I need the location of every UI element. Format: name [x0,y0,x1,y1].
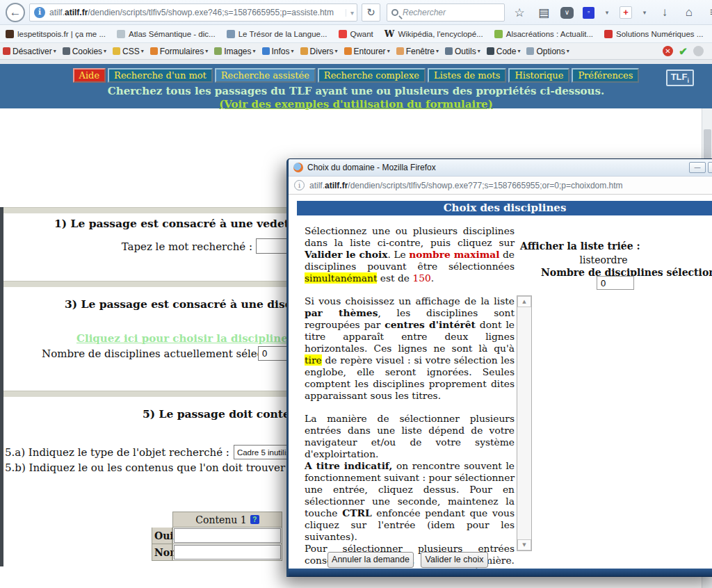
selected-count-input[interactable] [597,276,634,290]
bookmark-label: Qwant [350,30,373,38]
devbar-menu-code[interactable]: Code▾ [487,47,521,56]
examples-link[interactable]: (Voir des exemples d'utilisation du form… [0,98,712,111]
devbar-menu-formulaires[interactable]: Formulaires▾ [150,47,208,56]
tab-recherche-complexe[interactable]: Recherche complexe [318,68,426,83]
back-button[interactable]: ← [6,3,25,22]
bookmark-label: Atlas Sémantique - dic... [129,30,216,38]
devbar-menu-divers[interactable]: Divers▾ [300,47,338,56]
navigation-toolbar: ← i atilf.atilf.fr/dendien/scripts/tlfiv… [0,0,712,25]
tab-pr-f-rences[interactable]: Préférences [572,68,639,83]
site-identity-icon[interactable]: i [294,180,305,190]
bookmark-item[interactable]: lespetitspois.fr | ça me ... [6,30,106,38]
cancel-button[interactable]: Annuler la demande [327,552,414,568]
devbar-menu-css[interactable]: CSS▾ [113,47,144,56]
bookmarks-panel-icon[interactable]: ▤ [536,6,551,20]
bookmark-item[interactable]: Atlas Sémantique - dic... [117,30,216,38]
alsacreations-favicon [494,30,503,38]
devbar-label: Formulaires [160,47,204,56]
table-row: Non [152,544,282,561]
yes-content-input[interactable] [174,528,281,543]
popup-titlebar[interactable]: Choix du domaine - Mozilla Firefox — [289,159,712,177]
list-scrollbar[interactable]: ▲ ▼ [517,295,532,551]
bookmark-item[interactable]: Solutions Numériques ... [604,30,703,38]
sorted-list-label: Afficher la liste triée : [520,240,640,252]
addon-dropdown-caret-icon[interactable]: ▾ [641,9,648,16]
dropdown-caret-icon: ▾ [517,48,520,54]
devbar-label: Infos [272,47,290,56]
no-content-input[interactable] [174,545,281,560]
dropdown-caret-icon: ▾ [567,48,569,54]
tab-listes-de-mots[interactable]: Listes de mots [428,68,506,83]
url-bar[interactable]: i atilf.atilf.fr/dendien/scripts/tlfiv5/… [29,3,357,22]
errors-icon[interactable]: ✕ [663,46,673,56]
valid-icon[interactable]: ✔ [678,46,688,56]
row-yes-label: Oui [152,528,172,544]
devbar-status: ✕✔ [663,46,709,56]
bookmark-item[interactable]: Le Trésor de la Langue... [227,30,327,38]
devbar-menu-outils[interactable]: Outils▾ [445,47,480,56]
scroll-down-icon[interactable]: ▼ [517,539,531,550]
downloads-icon[interactable]: ↓ [657,6,672,19]
search-input[interactable]: Rechercher [387,3,505,22]
save-session-icon[interactable]: ▫ [583,7,594,19]
info-icon [262,47,270,55]
menu-icon[interactable]: ≡ [706,6,712,19]
firstaid-addon-icon[interactable]: + [620,6,632,19]
tab-aide[interactable]: Aide [73,68,106,83]
devbar-menu-fenêtre[interactable]: Fenêtre▾ [396,47,439,56]
devbar-items: Désactiver▾Cookies▾CSS▾Formulaires▾Image… [3,47,576,56]
bookmarks-list: lespetitspois.fr | ça me ...Atlas Sémant… [6,30,712,38]
firefox-icon [293,163,303,172]
scroll-up-icon[interactable]: ▲ [517,296,531,307]
minimize-button[interactable]: — [689,162,706,173]
sn-favicon [604,30,613,38]
choose-discipline-link[interactable]: Cliquez ici pour choisir la discipline [76,332,288,345]
bookmark-item[interactable]: Alsacréations : Actualit... [494,30,593,38]
section5-title: 5) Le passage doit conten [143,407,298,420]
devbar-menu-désactiver[interactable]: Désactiver▾ [3,47,56,56]
bookmark-label: lespetitspois.fr | ça me ... [17,30,106,38]
tab-recherche-d-un-mot[interactable]: Recherche d'un mot [108,68,213,83]
pocket-icon[interactable]: ∨ [560,7,574,19]
code-icon [487,47,494,55]
browser-window: ← i atilf.atilf.fr/dendien/scripts/tlfiv… [0,0,712,588]
discipline-count-label: Nombre de disciplines actuellement sélec… [42,348,255,360]
atlas-favicon [117,30,125,38]
devbar-label: Fenêtre [406,47,435,56]
tab-historique[interactable]: Historique [508,68,569,83]
popup-content: Choix des disciplines Sélectionnez une o… [289,195,712,569]
tab-recherche-assist-e[interactable]: Recherche assistée [215,68,316,83]
content-table-header: Contenu 1 ? [172,512,282,528]
popup-heading: Choix des disciplines [297,201,712,215]
validate-button[interactable]: Valider le choix [421,552,488,568]
popup-paragraph: A titre indicatif, on rencontre souvent … [305,460,515,543]
reload-button[interactable]: ↻ [362,3,380,22]
devbar-menu-entourer[interactable]: Entourer▾ [344,47,390,56]
row-no-label: Non [152,544,172,561]
url-dropdown-caret-icon[interactable]: ▾ [346,9,354,17]
save-dropdown-caret-icon[interactable]: ▾ [604,9,610,16]
devbar-menu-options[interactable]: Options▾ [526,47,569,56]
popup-paragraph: Si vous choisissez un affichage de la li… [305,295,515,402]
bookmark-label: Wikipédia, l'encyclopé... [398,30,483,38]
devbar-menu-infos[interactable]: Infos▾ [262,47,294,56]
bookmark-item[interactable]: WWikipédia, l'encyclopé... [385,30,483,38]
devbar-menu-cookies[interactable]: Cookies▾ [63,47,106,56]
qwant-favicon [339,30,347,38]
bookmark-item[interactable]: Qwant [339,30,373,38]
devbar-label: Divers [310,47,334,56]
home-icon[interactable]: ⌂ [681,6,697,19]
popup-url-bar[interactable]: i atilf.atilf.fr/dendien/scripts/tlfiv5/… [289,177,712,195]
bookmark-star-icon[interactable]: ☆ [512,6,527,20]
images-icon [214,47,222,55]
popup-paragraph: La manière de sélectionner plusieurs ent… [305,413,515,460]
toolbar-icons: ☆▤∨▫▾+▾↓⌂≡ [512,0,712,25]
cookies-icon [63,47,70,55]
idle-icon[interactable] [693,46,704,56]
devbar-menu-images[interactable]: Images▾ [214,47,255,56]
globe-icon [227,30,235,38]
dropdown-caret-icon: ▾ [335,48,338,54]
site-identity-icon[interactable]: i [34,7,45,18]
maximize-button[interactable] [708,162,712,173]
help-icon[interactable]: ? [250,515,259,524]
